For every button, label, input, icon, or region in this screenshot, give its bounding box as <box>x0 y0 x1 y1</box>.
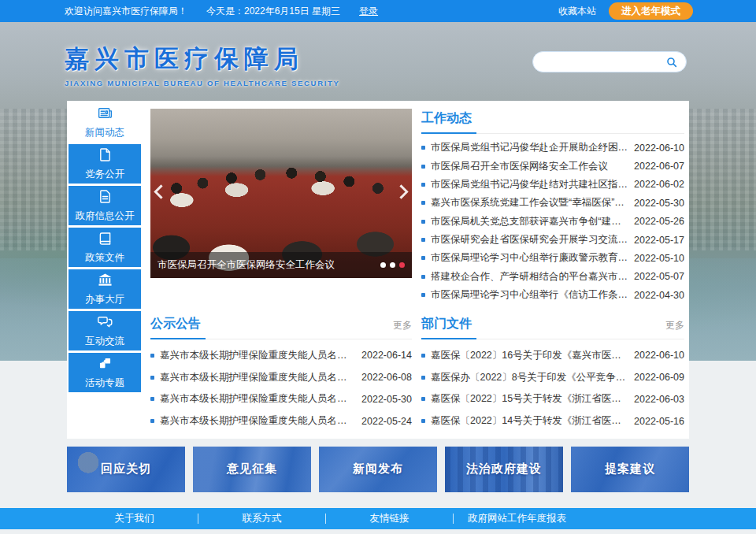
document-date: 2022-05-16 <box>634 416 684 427</box>
news-title: 市医保局党组书记冯俊华赴企开展助企纾困活动 <box>431 141 628 154</box>
section-header: 公示公告 更多 <box>150 314 412 339</box>
newspaper-icon <box>97 105 113 124</box>
sidebar-item-interaction[interactable]: 互动交流 <box>69 311 141 350</box>
bullet-icon <box>421 275 425 279</box>
carousel-caption[interactable]: 市医保局召开全市医保网络安全工作会议 <box>158 258 374 272</box>
news-item[interactable]: 市医保局理论学习中心组举行廉政警示教育专题学习...2022-05-10 <box>421 249 684 267</box>
carousel-dot-3-active[interactable] <box>399 262 405 268</box>
bullet-icon <box>421 354 425 358</box>
news-item[interactable]: 嘉兴市医保系统党建工作会议暨“幸福医保”党建联...2022-05-30 <box>421 194 684 212</box>
main-content-card: 新闻动态 党务公开 政府信息公开 政策文件 <box>67 101 689 439</box>
banner-news-release[interactable]: 新闻发布 <box>319 447 437 492</box>
search-icon[interactable] <box>665 56 678 69</box>
more-link[interactable]: 更多 <box>393 319 412 339</box>
news-item[interactable]: 市医保研究会赴省医保研究会开展学习交流活动2022-05-17 <box>421 231 684 249</box>
news-title: 市医保局机关党总支部获评嘉兴市争创“建设清廉机... <box>431 215 628 228</box>
banner-opinion-collection[interactable]: 意见征集 <box>193 447 311 492</box>
bullet-icon <box>421 165 425 169</box>
banner-proposals[interactable]: 提案建议 <box>571 447 689 492</box>
news-item[interactable]: 搭建校企合作、产学研相结合的平台嘉兴市长期护理...2022-05-07 <box>421 268 684 286</box>
banner-label: 新闻发布 <box>353 462 403 477</box>
site-logo: 嘉兴市医疗保障局 JIAXING MUNICIPAL BUREAU OF HEA… <box>65 43 340 87</box>
notice-item[interactable]: 嘉兴市本级长期护理保险重度失能人员名单公示（2...2022-05-30 <box>150 388 412 410</box>
news-carousel[interactable]: 市医保局召开全市医保网络安全工作会议 <box>150 109 412 278</box>
notice-title: 嘉兴市本级长期护理保险重度失能人员名单公示（2... <box>160 414 356 428</box>
notice-title: 嘉兴市本级长期护理保险重度失能人员名单公示（2... <box>160 371 356 384</box>
section-notices: 公示公告 更多 嘉兴市本级长期护理保险重度失能人员名单公示（2...2022-0… <box>150 314 412 432</box>
sidebar-item-label: 党务公开 <box>85 168 124 181</box>
news-date: 2022-06-07 <box>634 161 684 172</box>
footer-nav-links[interactable]: 友情链接 <box>326 512 453 525</box>
notice-item[interactable]: 嘉兴市本级长期护理保险重度失能人员名单公示（2...2022-06-14 <box>150 344 412 366</box>
section-title: 部门文件 <box>421 314 476 339</box>
news-item[interactable]: 市医保局理论学习中心组举行《信访工作条例》专题...2022-04-30 <box>421 286 684 304</box>
notice-item[interactable]: 嘉兴市本级长期护理保险重度失能人员名单公示（2...2022-05-24 <box>150 410 412 432</box>
news-item[interactable]: 市医保局党组书记冯俊华赴结对共建社区指导全国文...2022-06-02 <box>421 176 684 194</box>
section-header: 工作动态 <box>421 109 684 134</box>
sidebar-item-news[interactable]: 新闻动态 <box>69 102 141 142</box>
notice-title: 嘉兴市本级长期护理保险重度失能人员名单公示（2... <box>160 392 356 406</box>
notice-date: 2022-06-08 <box>361 372 412 383</box>
footer-nav-about[interactable]: 关于我们 <box>71 512 198 525</box>
sidebar-item-label: 办事大厅 <box>85 293 124 306</box>
banner-law-government[interactable]: 法治政府建设 <box>445 447 563 492</box>
section-work-news: 工作动态 市医保局党组书记冯俊华赴企开展助企纾困活动2022-06-10 市医保… <box>421 109 684 304</box>
section-title: 工作动态 <box>421 109 476 134</box>
favorite-link[interactable]: 收藏本站 <box>558 5 596 18</box>
file-icon <box>97 146 113 165</box>
document-item[interactable]: 嘉医保〔2022〕16号关于印发《嘉兴市医疗保...2022-06-10 <box>421 344 684 366</box>
news-title: 市医保局党组书记冯俊华赴结对共建社区指导全国文... <box>431 178 628 191</box>
search-input[interactable] <box>541 57 665 68</box>
news-date: 2022-05-26 <box>634 216 684 227</box>
news-item[interactable]: 市医保局召开全市医保网络安全工作会议2022-06-07 <box>421 157 684 175</box>
bullet-icon <box>421 293 425 297</box>
welcome-text: 欢迎访问嘉兴市医疗保障局！ <box>65 5 187 18</box>
footer-nav-contact[interactable]: 联系方式 <box>198 512 325 525</box>
banner-label: 法治政府建设 <box>466 462 542 477</box>
quick-links-banner-row: 回应关切 意见征集 新闻发布 法治政府建设 提案建议 <box>67 447 689 492</box>
news-item[interactable]: 市医保局党组书记冯俊华赴企开展助企纾困活动2022-06-10 <box>421 139 684 157</box>
news-date: 2022-04-30 <box>634 290 684 301</box>
login-link[interactable]: 登录 <box>359 5 378 18</box>
document-item[interactable]: 嘉医保办〔2022〕8号关于印发《公平竞争审查...2022-06-09 <box>421 366 684 388</box>
more-link[interactable]: 更多 <box>665 319 684 339</box>
news-title: 嘉兴市医保系统党建工作会议暨“幸福医保”党建联... <box>431 196 628 210</box>
bullet-icon <box>421 220 425 224</box>
document-date: 2022-06-10 <box>634 350 684 361</box>
bullet-icon <box>150 419 154 423</box>
notice-list: 嘉兴市本级长期护理保险重度失能人员名单公示（2...2022-06-14 嘉兴市… <box>150 344 412 432</box>
banner-label: 提案建议 <box>605 462 655 477</box>
document-title: 嘉医保〔2022〕15号关于转发《浙江省医疗保... <box>431 392 628 406</box>
document-icon <box>97 188 113 207</box>
sidebar-item-special-topics[interactable]: 活动专题 <box>69 353 141 392</box>
sidebar-item-policy-files[interactable]: 政策文件 <box>69 228 141 267</box>
bullet-icon <box>150 376 154 380</box>
news-date: 2022-05-07 <box>634 271 684 282</box>
bullet-icon <box>421 146 425 150</box>
document-item[interactable]: 嘉医保〔2022〕15号关于转发《浙江省医疗保...2022-06-03 <box>421 388 684 410</box>
document-item[interactable]: 嘉医保〔2022〕14号关于转发《浙江省医疗保...2022-05-16 <box>421 410 684 432</box>
bullet-icon <box>421 183 425 187</box>
carousel-dot-2[interactable] <box>390 262 395 268</box>
sidebar-item-label: 政府信息公开 <box>76 210 135 223</box>
carousel-dot-1[interactable] <box>380 262 386 268</box>
bullet-icon <box>421 397 425 401</box>
sidebar-item-service-hall[interactable]: 办事大厅 <box>69 269 141 309</box>
footer-nav-annual-report[interactable]: 政府网站工作年度报表 <box>454 512 580 525</box>
bullet-icon <box>150 397 154 401</box>
sidebar-item-label: 活动专题 <box>85 376 124 390</box>
document-title: 嘉医保办〔2022〕8号关于印发《公平竞争审查... <box>431 371 628 384</box>
bullet-icon <box>421 419 425 423</box>
sidebar-item-gov-info[interactable]: 政府信息公开 <box>69 186 141 225</box>
banner-respond-concerns[interactable]: 回应关切 <box>67 447 185 492</box>
search-box <box>532 51 687 72</box>
topbar: 欢迎访问嘉兴市医疗保障局！ 今天是：2022年6月15日 星期三 登录 收藏本站… <box>0 0 756 22</box>
sidebar-item-party-affairs[interactable]: 党务公开 <box>69 144 141 184</box>
news-item[interactable]: 市医保局机关党总支部获评嘉兴市争创“建设清廉机...2022-05-26 <box>421 213 684 231</box>
content-area: 市医保局召开全市医保网络安全工作会议 工作动态 市医保局党组书记冯俊华赴企开展助… <box>146 102 687 437</box>
section-title: 公示公告 <box>150 314 206 339</box>
chat-bubbles-icon <box>97 313 113 332</box>
elder-mode-button[interactable]: 进入老年模式 <box>609 2 693 20</box>
document-date: 2022-06-03 <box>634 394 684 405</box>
notice-item[interactable]: 嘉兴市本级长期护理保险重度失能人员名单公示（2...2022-06-08 <box>150 366 412 388</box>
